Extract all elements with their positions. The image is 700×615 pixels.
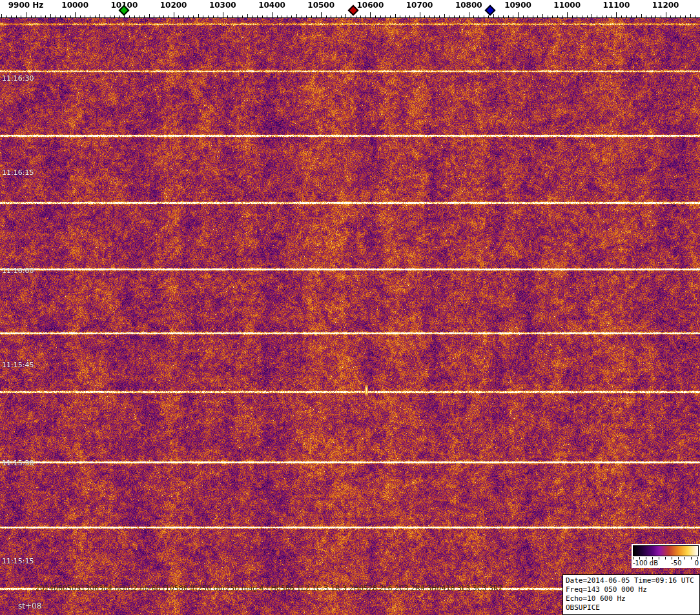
ruler-tick	[499, 15, 499, 17]
ruler-tick	[415, 15, 415, 17]
ruler-tick	[95, 15, 96, 17]
ruler-tick	[198, 14, 199, 17]
ruler-tick	[316, 15, 317, 17]
ruler-tick	[528, 15, 528, 17]
ruler-tick	[321, 12, 322, 17]
ruler-tick	[213, 15, 214, 17]
ruler-tick	[163, 15, 164, 17]
ruler-tick	[341, 15, 342, 17]
legend-label-max: 0	[695, 560, 699, 567]
ruler-tick	[469, 12, 469, 17]
ruler-tick	[631, 15, 632, 17]
ruler-tick	[21, 15, 21, 17]
ruler-tick	[434, 15, 435, 17]
ruler-tick	[493, 14, 494, 17]
ruler-tick	[508, 15, 509, 17]
ruler-tick	[488, 15, 489, 17]
ruler-tick	[331, 15, 331, 17]
waterfall-display	[0, 18, 700, 615]
ruler-tick	[242, 15, 243, 17]
legend-label-mid: -50	[671, 560, 681, 567]
ruler-tick	[548, 15, 548, 17]
color-gradient-bar	[633, 545, 699, 556]
ruler-tick	[439, 15, 440, 17]
ruler-tick	[424, 15, 425, 17]
ruler-tick	[464, 15, 464, 17]
ruler-tick	[459, 15, 460, 17]
ruler-label: 11000	[553, 1, 581, 10]
ruler-tick	[149, 14, 150, 17]
ruler-tick	[454, 15, 455, 17]
ruler-tick	[597, 15, 597, 17]
ruler-tick	[6, 15, 7, 17]
ruler-tick	[655, 15, 656, 17]
ruler-tick	[351, 15, 351, 17]
ruler-tick	[646, 15, 646, 17]
ruler-tick	[105, 15, 105, 17]
ruler-tick	[326, 15, 327, 17]
ruler-tick	[56, 15, 56, 17]
ruler-tick	[680, 15, 681, 17]
ruler-tick	[612, 15, 612, 17]
ruler-tick	[420, 12, 420, 17]
ruler-tick	[129, 15, 130, 17]
ruler-tick	[238, 15, 238, 17]
ruler-tick	[272, 12, 273, 17]
ruler-label: 10400	[258, 1, 285, 10]
ruler-tick	[444, 14, 445, 17]
ruler-tick	[41, 15, 41, 17]
ruler-tick	[31, 15, 32, 17]
frequency-ruler[interactable]: 9900 Hz100001010010200103001040010500106…	[0, 0, 700, 18]
config-overlay-text: 20140605091306304 nch()2 nb-60 f10586 ff…	[36, 585, 503, 592]
ruler-tick	[356, 15, 356, 17]
ruler-tick	[582, 15, 582, 17]
info-line-date: Date=2014-06-05 Time=09:16 UTC	[566, 576, 697, 585]
ruler-tick	[670, 15, 671, 17]
ruler-tick	[385, 15, 386, 17]
ruler-tick	[395, 14, 396, 17]
ruler-tick	[641, 14, 642, 17]
ruler-tick	[70, 15, 71, 17]
ruler-tick	[80, 15, 81, 17]
ruler-tick	[695, 15, 695, 17]
ruler-tick	[252, 15, 253, 17]
ruler-tick	[174, 12, 174, 17]
ruler-tick	[360, 15, 361, 17]
ruler-tick	[557, 15, 558, 17]
ruler-tick	[218, 15, 218, 17]
ruler-tick	[50, 14, 51, 17]
ruler-tick	[1, 14, 2, 17]
ruler-tick	[473, 15, 474, 17]
ruler-tick	[267, 15, 267, 17]
ruler-tick	[247, 14, 248, 17]
color-scale-legend: -100 dB -50 0	[632, 544, 700, 568]
ruler-tick	[99, 14, 100, 17]
ruler-tick	[302, 15, 302, 17]
ruler-tick	[114, 15, 115, 17]
ruler-tick	[449, 15, 449, 17]
ruler-tick	[636, 15, 637, 17]
ruler-tick	[311, 15, 312, 17]
ruler-tick	[45, 15, 46, 17]
ruler-tick	[400, 15, 400, 17]
ruler-tick	[75, 12, 76, 17]
ruler-tick	[188, 15, 189, 17]
ruler-tick	[666, 12, 666, 17]
ruler-tick	[336, 15, 336, 17]
spectrum-waterfall-screen: 9900 Hz100001010010200103001040010500106…	[0, 0, 700, 615]
ruler-tick	[606, 15, 607, 17]
ruler-tick	[65, 15, 66, 17]
legend-labels: -100 dB -50 0	[633, 560, 699, 567]
ruler-label: 10600	[357, 1, 384, 10]
ruler-tick	[537, 15, 538, 17]
ruler-tick	[479, 15, 479, 17]
ruler-tick	[484, 15, 484, 17]
ruler-label: 11200	[652, 1, 679, 10]
ruler-tick	[577, 15, 577, 17]
ruler-tick	[651, 15, 652, 17]
ruler-tick	[178, 15, 179, 17]
ruler-tick	[365, 15, 366, 17]
ruler-tick	[626, 15, 627, 17]
ruler-tick	[183, 15, 184, 17]
ruler-tick	[159, 15, 160, 17]
